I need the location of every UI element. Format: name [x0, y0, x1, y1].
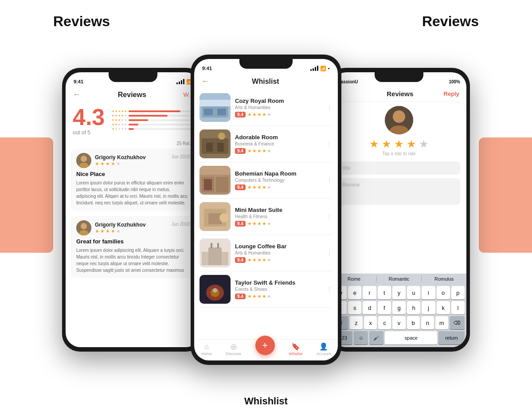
- center-subtitle: Whishlist: [244, 395, 288, 407]
- space-key[interactable]: space: [385, 331, 437, 345]
- return-key[interactable]: return: [438, 331, 465, 345]
- item-menu-6[interactable]: ⋮: [326, 286, 332, 293]
- key-c[interactable]: c: [378, 316, 391, 329]
- center-back-button[interactable]: ←: [201, 77, 209, 86]
- key-v[interactable]: v: [392, 316, 405, 329]
- reviewer-avatar-2: [76, 220, 91, 235]
- item-menu-1[interactable]: ⋮: [326, 104, 332, 111]
- item-name-2: Adorable Room: [235, 134, 322, 141]
- item-menu-4[interactable]: ⋮: [326, 213, 332, 220]
- key-t[interactable]: t: [378, 286, 391, 299]
- item-image-2: [200, 129, 231, 158]
- reviewer-name-1: Grigoriy Kozhukhov: [95, 154, 146, 161]
- svg-rect-28: [211, 243, 212, 248]
- item-image-3: [200, 166, 231, 195]
- key-x[interactable]: x: [364, 316, 377, 329]
- center-notch: [239, 59, 293, 69]
- rating-score: 4.3: [73, 106, 105, 129]
- item-stars-6: ★★★★★: [247, 294, 271, 299]
- left-time: 9:41: [74, 79, 83, 84]
- nav-account[interactable]: 👤 Account: [317, 342, 331, 356]
- star-5[interactable]: ★: [419, 138, 429, 150]
- list-item[interactable]: Bohemian Napa Room Computers & Technolog…: [200, 162, 332, 199]
- nav-fab[interactable]: +: [255, 336, 275, 355]
- item-menu-5[interactable]: ⋮: [326, 250, 332, 257]
- review-card-2: Grigoriy Kozhukhov Jun 2018 ★★★★★ Great …: [71, 216, 195, 278]
- mic-key[interactable]: 🎤: [369, 331, 383, 345]
- item-category-3: Computers & Technology: [235, 178, 322, 183]
- key-k[interactable]: k: [437, 301, 450, 314]
- review-card-1: Grigoriy Kozhukhov Jun 2018 ★★★★★ Nice P…: [71, 149, 195, 211]
- back-button[interactable]: ←: [73, 90, 81, 99]
- review-body-1: Lorem ipsum dolor purus in efficitur ali…: [76, 180, 190, 206]
- key-f[interactable]: f: [378, 301, 391, 314]
- list-item[interactable]: Adorable Room Business & Finance 9.4 ★★★…: [200, 126, 332, 162]
- left-notch: [109, 72, 157, 82]
- key-j[interactable]: j: [422, 301, 435, 314]
- discover-icon: ◎: [231, 342, 237, 351]
- key-o[interactable]: o: [437, 286, 450, 299]
- reviewer-avatar-1: [76, 153, 91, 168]
- right-screen: PassionU 100% Reviews Reply ★: [332, 72, 466, 347]
- star-4[interactable]: ★: [407, 138, 416, 150]
- tap-star-text: Tap a star to rate: [332, 151, 466, 156]
- suggestion-3[interactable]: Romulus: [422, 275, 466, 282]
- item-menu-2[interactable]: ⋮: [326, 141, 332, 148]
- key-n[interactable]: n: [421, 316, 434, 329]
- nav-whislist[interactable]: 🔖 Whislist: [289, 342, 302, 356]
- delete-key[interactable]: ⌫: [450, 316, 465, 329]
- nav-discover[interactable]: ◎ Discover: [226, 342, 241, 356]
- item-name-1: Cozy Royal Room: [235, 98, 322, 104]
- key-s[interactable]: s: [348, 301, 361, 314]
- center-time: 9:41: [202, 66, 212, 71]
- bottom-nav: ⌂ Home ◎ Discover + 🔖 Whislist 👤 Account: [194, 339, 338, 360]
- center-battery-icon: ▪: [328, 66, 330, 71]
- key-d[interactable]: d: [363, 301, 376, 314]
- star-2[interactable]: ★: [382, 138, 391, 150]
- rating-out-of: out of 5: [73, 129, 105, 136]
- item-category-4: Health & Fitness: [235, 214, 322, 219]
- nav-home[interactable]: ⌂ Home: [201, 343, 212, 356]
- home-icon: ⌂: [204, 343, 209, 351]
- svg-rect-9: [217, 109, 226, 115]
- list-item[interactable]: Lounge Coffee Bar Arts & Humanities 9.4 …: [200, 235, 332, 271]
- key-m[interactable]: m: [435, 316, 448, 329]
- key-i[interactable]: i: [422, 286, 435, 299]
- review-input[interactable]: Review: [338, 178, 460, 205]
- left-screen: 9:41 📶 ← Reviews W...: [66, 72, 200, 347]
- key-e[interactable]: e: [348, 286, 361, 299]
- whislist-title: Whislist: [252, 78, 279, 86]
- svg-point-1: [81, 156, 87, 162]
- key-l[interactable]: l: [451, 301, 465, 314]
- key-u[interactable]: u: [407, 286, 420, 299]
- reply-button[interactable]: Reply: [444, 90, 459, 97]
- item-category-1: Arts & Humanities: [235, 105, 322, 110]
- suggestion-2[interactable]: Romantic: [377, 275, 422, 282]
- whislist-items: Cozy Royal Room Arts & Humanities 9.4 ★★…: [194, 90, 338, 339]
- item-stars-3: ★★★★★: [247, 184, 271, 190]
- key-y[interactable]: y: [392, 286, 406, 299]
- key-h[interactable]: h: [407, 301, 420, 314]
- svg-rect-10: [200, 100, 231, 106]
- nav-home-label: Home: [201, 352, 212, 356]
- list-item[interactable]: Taylor Swift & Friends Events & Shows 9.…: [200, 271, 332, 308]
- item-name-5: Lounge Coffee Bar: [235, 243, 322, 250]
- star-1[interactable]: ★: [369, 138, 379, 150]
- whislist-header: ← Whislist: [194, 75, 338, 90]
- key-b[interactable]: b: [407, 316, 420, 329]
- list-item[interactable]: Cozy Royal Room Arts & Humanities 9.4 ★★…: [200, 90, 332, 126]
- right-notch: [375, 72, 423, 82]
- key-r[interactable]: r: [363, 286, 376, 299]
- star-rating-row[interactable]: ★ ★ ★ ★ ★: [332, 138, 466, 150]
- list-item[interactable]: Mini Master Suite Health & Fitness 9.4 ★…: [200, 199, 332, 235]
- key-z[interactable]: z: [350, 316, 363, 329]
- deco-right: [479, 137, 532, 253]
- title-input[interactable]: title: [338, 161, 460, 175]
- key-g[interactable]: g: [392, 301, 406, 314]
- svg-rect-14: [217, 143, 224, 152]
- item-menu-3[interactable]: ⋮: [326, 177, 332, 184]
- emoji-key[interactable]: ☺: [354, 331, 368, 345]
- item-category-6: Events & Shows: [235, 287, 322, 292]
- star-3[interactable]: ★: [394, 138, 404, 150]
- key-p[interactable]: p: [451, 286, 465, 299]
